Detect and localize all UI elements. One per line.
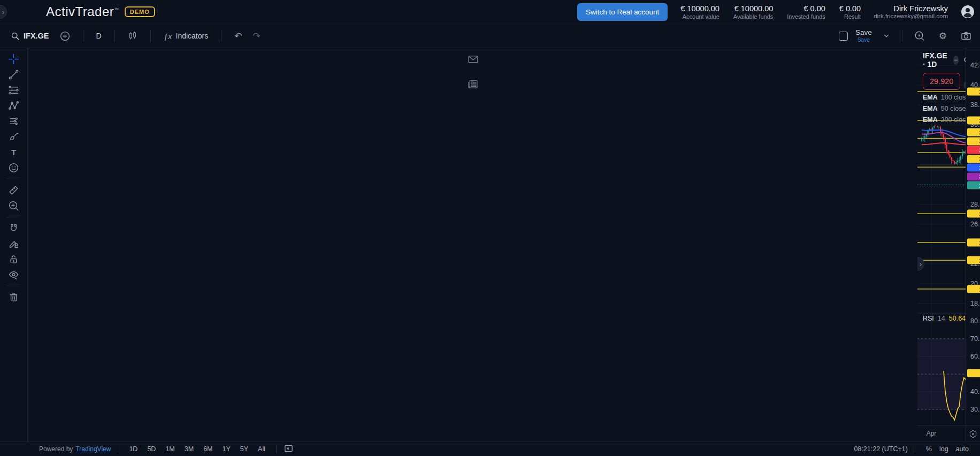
crosshair-tool[interactable] — [4, 51, 24, 67]
measure-tool[interactable] — [4, 183, 24, 198]
chevron-down-icon — [883, 32, 890, 40]
text-tool[interactable]: T — [4, 145, 24, 160]
range-button-5y[interactable]: 5Y — [236, 444, 252, 454]
time-axis[interactable]: AprJunAugOct62024MarMayJulSepNov2025Mar — [917, 425, 966, 442]
price-chip: 31.191 — [967, 164, 980, 172]
scale-settings-corner[interactable] — [966, 425, 980, 442]
range-button-3m[interactable]: 3M — [181, 444, 197, 454]
chart-type-button[interactable] — [125, 29, 141, 43]
gear-icon: ⚙ — [939, 32, 947, 41]
undo-button[interactable]: ↶ — [231, 29, 245, 43]
scale-settings-icon — [968, 429, 978, 439]
chart-toolbar: IFX.GE D ƒx Indicators ↶ ↷ Save — [0, 24, 980, 48]
drawing-tools-sidebar: T — [0, 48, 28, 442]
price-axis-tick: 38.000 — [966, 101, 980, 109]
price-axis-tick: 28.000 — [966, 201, 980, 208]
trendline-tool[interactable] — [4, 67, 24, 82]
chart-area[interactable]: IFX.GE · 1D − O28.950H30.750L28.930C29.9… — [917, 48, 966, 425]
brush-tool[interactable] — [4, 129, 24, 145]
ema-50-line[interactable] — [922, 119, 966, 182]
redo-icon: ↷ — [252, 32, 260, 41]
clock[interactable]: 08:21:22 (UTC+1) — [854, 445, 907, 453]
range-button-all[interactable]: All — [254, 444, 269, 454]
rsi-legend[interactable]: RSI 14 50.64 — [923, 315, 966, 322]
stat-value: € 10000.00 — [733, 4, 773, 13]
avatar-icon[interactable] — [961, 5, 975, 19]
log-scale-button[interactable]: log — [936, 444, 952, 454]
stat-value: € 0.00 — [839, 4, 861, 13]
expand-panel-handle-top[interactable]: › — [0, 5, 7, 19]
sell-button[interactable]: 29.920 — [923, 73, 960, 90]
chart-symbol-title[interactable]: IFX.GE · 1D — [923, 51, 948, 69]
save-menu-button[interactable] — [879, 30, 893, 42]
user-name: Dirk Friczewsky — [874, 4, 948, 13]
ema-50-legend[interactable]: EMA50 close 030.277 — [923, 105, 966, 112]
magnet-tool[interactable] — [4, 221, 24, 236]
hide-drawings-tool[interactable] — [4, 267, 24, 283]
price-chip: 19.463 — [967, 285, 980, 293]
date-range-switcher: 1D5D1M3M6M1Y5YAll — [125, 444, 269, 454]
stat-label: Invested funds — [787, 13, 825, 20]
rsi-axis-tick: 60.00 — [966, 353, 980, 360]
demo-badge: DEMO — [125, 6, 155, 17]
remove-drawings-tool[interactable] — [4, 290, 24, 305]
rsi-axis-tick: 30.00 — [966, 406, 980, 413]
account-stat: € 0.00Result — [839, 4, 861, 20]
pattern-tool[interactable] — [4, 98, 24, 113]
candlestick-chart-icon — [128, 31, 137, 41]
symbol-search[interactable]: IFX.GE — [7, 29, 52, 43]
user-email: dirk.friczewsky@gmail.com — [874, 13, 948, 19]
brand-logo: ActivTrader™ DEMO — [46, 4, 155, 19]
stat-label: Result — [839, 13, 861, 20]
range-button-5d[interactable]: 5D — [143, 444, 159, 454]
brand-name: ActivTrader™ — [46, 4, 119, 19]
price-chip: 29.920 — [967, 181, 980, 189]
price-chip: 31.748 — [967, 155, 980, 163]
drawing-lock-tool[interactable] — [4, 236, 24, 252]
fib-retracement-tool[interactable] — [4, 82, 24, 98]
snapshot-button[interactable] — [958, 28, 975, 43]
ema-100-legend[interactable]: EMA100 close 031.191 — [923, 94, 966, 101]
ema-200-legend[interactable]: EMA200 close 032.147 — [923, 116, 966, 124]
ohlc-values: O28.950H30.750L28.930C29.920 — [964, 56, 966, 64]
stat-label: Account value — [680, 13, 719, 20]
time-axis-label: Apr — [927, 430, 937, 437]
lock-all-tool[interactable] — [4, 252, 24, 267]
price-chip: 34.647 — [967, 128, 980, 136]
search-icon — [11, 32, 20, 41]
go-to-date-button[interactable] — [284, 443, 294, 455]
range-button-1d[interactable]: 1D — [125, 444, 141, 454]
settings-button[interactable]: ⚙ — [936, 29, 950, 43]
auto-scale-button[interactable]: auto — [952, 444, 973, 454]
tradingview-link[interactable]: TradingView — [75, 445, 111, 453]
stat-value: € 10000.00 — [680, 4, 719, 13]
redo-button[interactable]: ↷ — [249, 29, 263, 43]
price-axis-tick: 42.000 — [966, 62, 980, 69]
percent-scale-button[interactable]: % — [922, 444, 936, 454]
collapse-legend-icon[interactable]: − — [953, 56, 959, 65]
price-chip: 22.362 — [967, 256, 980, 264]
layout-select-icon[interactable] — [839, 32, 848, 41]
interval-button[interactable]: D — [93, 29, 105, 42]
forecast-tool[interactable] — [4, 113, 24, 129]
news-icon[interactable] — [468, 79, 479, 92]
save-button[interactable]: Save Save — [855, 29, 872, 43]
price-axis[interactable]: 42.00040.00038.00036.00028.00026.00022.0… — [966, 48, 980, 425]
add-symbol-button[interactable] — [57, 29, 73, 43]
bottom-bar: Powered by TradingView 1D5D1M3M6M1Y5YAll… — [0, 442, 980, 456]
user-info[interactable]: Dirk Friczewsky dirk.friczewsky@gmail.co… — [874, 4, 948, 19]
quick-search-button[interactable] — [911, 28, 928, 43]
range-button-1m[interactable]: 1M — [162, 444, 178, 454]
undo-icon: ↶ — [234, 32, 242, 41]
flash-search-icon — [914, 31, 925, 41]
switch-to-real-account-button[interactable]: Switch to Real account — [577, 3, 668, 21]
emoji-tool[interactable] — [4, 160, 24, 176]
range-button-1y[interactable]: 1Y — [219, 444, 234, 454]
spread: 0.03 0.01 — [964, 74, 966, 89]
range-button-6m[interactable]: 6M — [200, 444, 216, 454]
fx-icon: ƒx — [164, 32, 172, 41]
indicators-button[interactable]: ƒx Indicators — [160, 29, 212, 43]
chart-legend: IFX.GE · 1D − O28.950H30.750L28.930C29.9… — [923, 51, 966, 124]
mail-icon[interactable] — [468, 54, 479, 67]
zoom-in-tool[interactable] — [4, 198, 24, 214]
